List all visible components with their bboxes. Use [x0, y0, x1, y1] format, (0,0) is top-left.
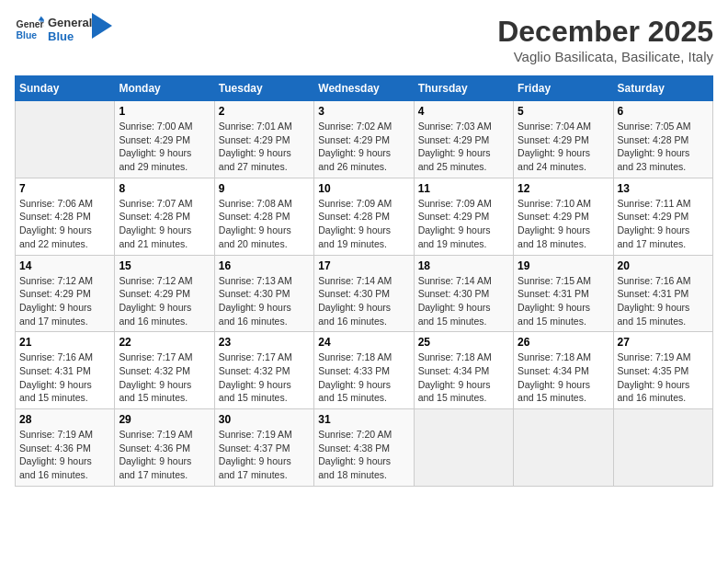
calendar-header-row: SundayMondayTuesdayWednesdayThursdayFrid…: [16, 76, 713, 101]
day-info: Sunrise: 7:02 AM Sunset: 4:29 PM Dayligh…: [318, 120, 409, 174]
calendar-cell: 28Sunrise: 7:19 AM Sunset: 4:36 PM Dayli…: [16, 409, 115, 487]
svg-text:Blue: Blue: [17, 30, 38, 40]
day-number: 3: [318, 105, 409, 118]
location-title: Vaglio Basilicata, Basilicate, Italy: [497, 49, 713, 64]
calendar-cell: 26Sunrise: 7:18 AM Sunset: 4:34 PM Dayli…: [514, 332, 613, 409]
calendar-week-row: 7Sunrise: 7:06 AM Sunset: 4:28 PM Daylig…: [16, 178, 713, 255]
day-info: Sunrise: 7:08 AM Sunset: 4:28 PM Dayligh…: [219, 197, 310, 251]
calendar-cell: 16Sunrise: 7:13 AM Sunset: 4:30 PM Dayli…: [214, 255, 313, 332]
day-number: 21: [19, 336, 110, 349]
day-info: Sunrise: 7:04 AM Sunset: 4:29 PM Dayligh…: [518, 120, 609, 174]
day-number: 4: [418, 105, 509, 118]
calendar-cell: 18Sunrise: 7:14 AM Sunset: 4:30 PM Dayli…: [414, 255, 513, 332]
calendar-cell: [613, 409, 712, 487]
day-number: 18: [418, 259, 509, 272]
calendar-cell: 17Sunrise: 7:14 AM Sunset: 4:30 PM Dayli…: [314, 255, 414, 332]
calendar-cell: 27Sunrise: 7:19 AM Sunset: 4:35 PM Dayli…: [613, 332, 712, 409]
day-info: Sunrise: 7:11 AM Sunset: 4:29 PM Dayligh…: [618, 197, 709, 251]
header-saturday: Saturday: [613, 76, 712, 101]
calendar-cell: 4Sunrise: 7:03 AM Sunset: 4:29 PM Daylig…: [414, 101, 513, 178]
day-info: Sunrise: 7:09 AM Sunset: 4:29 PM Dayligh…: [418, 197, 509, 251]
calendar-cell: 11Sunrise: 7:09 AM Sunset: 4:29 PM Dayli…: [414, 178, 513, 255]
day-number: 12: [518, 182, 609, 195]
calendar-cell: 6Sunrise: 7:05 AM Sunset: 4:28 PM Daylig…: [613, 101, 712, 178]
day-number: 5: [518, 105, 609, 118]
calendar-cell: 20Sunrise: 7:16 AM Sunset: 4:31 PM Dayli…: [613, 255, 712, 332]
calendar-cell: 29Sunrise: 7:19 AM Sunset: 4:36 PM Dayli…: [115, 409, 214, 487]
day-info: Sunrise: 7:10 AM Sunset: 4:29 PM Dayligh…: [518, 197, 609, 251]
page-header: General Blue General Blue December 2025 …: [15, 15, 713, 64]
month-title: December 2025: [497, 15, 713, 49]
day-info: Sunrise: 7:13 AM Sunset: 4:30 PM Dayligh…: [219, 274, 310, 328]
day-number: 17: [318, 259, 409, 272]
day-info: Sunrise: 7:07 AM Sunset: 4:28 PM Dayligh…: [119, 197, 210, 251]
day-info: Sunrise: 7:19 AM Sunset: 4:36 PM Dayligh…: [19, 428, 110, 482]
day-number: 10: [318, 182, 409, 195]
day-info: Sunrise: 7:18 AM Sunset: 4:34 PM Dayligh…: [518, 350, 609, 405]
day-info: Sunrise: 7:19 AM Sunset: 4:36 PM Dayligh…: [119, 428, 210, 482]
day-number: 6: [618, 105, 709, 118]
day-number: 1: [119, 105, 210, 118]
logo-blue: Blue: [48, 29, 92, 43]
day-info: Sunrise: 7:16 AM Sunset: 4:31 PM Dayligh…: [618, 274, 709, 328]
day-number: 29: [119, 413, 210, 426]
calendar-cell: 19Sunrise: 7:15 AM Sunset: 4:31 PM Dayli…: [514, 255, 613, 332]
day-number: 7: [19, 182, 110, 195]
calendar-cell: 31Sunrise: 7:20 AM Sunset: 4:38 PM Dayli…: [314, 409, 414, 487]
calendar-cell: 3Sunrise: 7:02 AM Sunset: 4:29 PM Daylig…: [314, 101, 414, 178]
calendar-cell: 15Sunrise: 7:12 AM Sunset: 4:29 PM Dayli…: [115, 255, 214, 332]
day-info: Sunrise: 7:14 AM Sunset: 4:30 PM Dayligh…: [418, 274, 509, 328]
calendar-table: SundayMondayTuesdayWednesdayThursdayFrid…: [15, 75, 713, 487]
day-info: Sunrise: 7:01 AM Sunset: 4:29 PM Dayligh…: [219, 120, 310, 174]
calendar-cell: 12Sunrise: 7:10 AM Sunset: 4:29 PM Dayli…: [514, 178, 613, 255]
day-number: 31: [318, 413, 409, 426]
day-info: Sunrise: 7:03 AM Sunset: 4:29 PM Dayligh…: [418, 120, 509, 174]
calendar-cell: 13Sunrise: 7:11 AM Sunset: 4:29 PM Dayli…: [613, 178, 712, 255]
day-number: 28: [19, 413, 110, 426]
day-number: 20: [618, 259, 709, 272]
calendar-cell: 23Sunrise: 7:17 AM Sunset: 4:32 PM Dayli…: [214, 332, 313, 409]
day-number: 14: [19, 259, 110, 272]
day-info: Sunrise: 7:18 AM Sunset: 4:33 PM Dayligh…: [318, 350, 409, 405]
calendar-cell: 21Sunrise: 7:16 AM Sunset: 4:31 PM Dayli…: [16, 332, 115, 409]
logo-arrow-icon: [92, 13, 112, 39]
day-number: 30: [219, 413, 310, 426]
day-info: Sunrise: 7:17 AM Sunset: 4:32 PM Dayligh…: [119, 350, 210, 405]
day-info: Sunrise: 7:17 AM Sunset: 4:32 PM Dayligh…: [219, 350, 310, 405]
calendar-cell: [514, 409, 613, 487]
day-number: 11: [418, 182, 509, 195]
calendar-cell: 30Sunrise: 7:19 AM Sunset: 4:37 PM Dayli…: [214, 409, 313, 487]
calendar-cell: 2Sunrise: 7:01 AM Sunset: 4:29 PM Daylig…: [214, 101, 313, 178]
calendar-cell: 24Sunrise: 7:18 AM Sunset: 4:33 PM Dayli…: [314, 332, 414, 409]
calendar-week-row: 1Sunrise: 7:00 AM Sunset: 4:29 PM Daylig…: [16, 101, 713, 178]
day-number: 25: [418, 336, 509, 349]
day-info: Sunrise: 7:16 AM Sunset: 4:31 PM Dayligh…: [19, 350, 110, 405]
title-block: December 2025 Vaglio Basilicata, Basilic…: [497, 15, 713, 64]
header-thursday: Thursday: [414, 76, 513, 101]
day-number: 27: [618, 336, 709, 349]
calendar-cell: 5Sunrise: 7:04 AM Sunset: 4:29 PM Daylig…: [514, 101, 613, 178]
svg-text:General: General: [17, 19, 44, 29]
day-info: Sunrise: 7:20 AM Sunset: 4:38 PM Dayligh…: [318, 428, 409, 482]
calendar-cell: [16, 101, 115, 178]
day-info: Sunrise: 7:19 AM Sunset: 4:35 PM Dayligh…: [618, 350, 709, 405]
day-info: Sunrise: 7:15 AM Sunset: 4:31 PM Dayligh…: [518, 274, 609, 328]
logo-icon: General Blue: [15, 15, 44, 44]
day-number: 26: [518, 336, 609, 349]
day-number: 9: [219, 182, 310, 195]
day-info: Sunrise: 7:05 AM Sunset: 4:28 PM Dayligh…: [618, 120, 709, 174]
calendar-cell: 14Sunrise: 7:12 AM Sunset: 4:29 PM Dayli…: [16, 255, 115, 332]
day-number: 24: [318, 336, 409, 349]
day-info: Sunrise: 7:06 AM Sunset: 4:28 PM Dayligh…: [19, 197, 110, 251]
day-info: Sunrise: 7:19 AM Sunset: 4:37 PM Dayligh…: [219, 428, 310, 482]
calendar-cell: 9Sunrise: 7:08 AM Sunset: 4:28 PM Daylig…: [214, 178, 313, 255]
day-info: Sunrise: 7:00 AM Sunset: 4:29 PM Dayligh…: [119, 120, 210, 174]
calendar-cell: 1Sunrise: 7:00 AM Sunset: 4:29 PM Daylig…: [115, 101, 214, 178]
day-number: 23: [219, 336, 310, 349]
day-number: 2: [219, 105, 310, 118]
calendar-cell: 8Sunrise: 7:07 AM Sunset: 4:28 PM Daylig…: [115, 178, 214, 255]
calendar-cell: [414, 409, 513, 487]
calendar-week-row: 14Sunrise: 7:12 AM Sunset: 4:29 PM Dayli…: [16, 255, 713, 332]
header-wednesday: Wednesday: [314, 76, 414, 101]
header-sunday: Sunday: [16, 76, 115, 101]
